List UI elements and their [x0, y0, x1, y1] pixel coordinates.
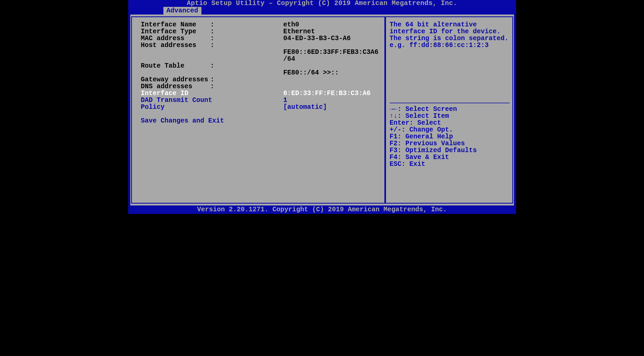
row-host-addr-2: /64: [141, 56, 376, 63]
label-host-addresses: Host addresses: [141, 42, 210, 49]
row-dns-addresses: DNS addresses :: [141, 83, 376, 90]
hint-save-exit: F4: Save & Exit: [390, 154, 510, 161]
value-mac-address: 04-ED-33-B3-C3-A6: [283, 35, 376, 42]
row-save-changes-and-exit[interactable]: Save Changes and Exit: [141, 118, 376, 124]
hint-general-help: F1: General Help: [390, 133, 510, 140]
label-interface-type: Interface Type: [141, 28, 210, 35]
value-interface-id: 6:ED:33:FF:FE:B3:C3:A6: [283, 90, 376, 97]
value-host-addr-1: FE80::6ED:33FF:FEB3:C3A6: [283, 49, 379, 56]
row-policy[interactable]: Policy [automatic]: [141, 104, 376, 111]
footer-bar: Version 2.20.1271. Copyright (C) 2019 Am…: [128, 205, 516, 214]
value-policy: [automatic]: [283, 104, 376, 111]
footer-text: Version 2.20.1271. Copyright (C) 2019 Am…: [197, 206, 447, 213]
row-mac-address: MAC address : 04-ED-33-B3-C3-A6: [141, 35, 376, 42]
settings-panel: Interface Name : eth0 Interface Type : E…: [131, 16, 385, 204]
colon: :: [210, 21, 283, 28]
label-interface-name: Interface Name: [141, 21, 210, 28]
label-gateway-addresses: Gateway addresses: [141, 76, 210, 83]
row-gateway-addresses: Gateway addresses :: [141, 76, 376, 83]
label-policy: Policy: [141, 104, 210, 111]
title-bar: Aptio Setup Utility – Copyright (C) 2019…: [128, 0, 516, 7]
value-interface-type: Ethernet: [283, 28, 376, 35]
hint-select-item: ↑↓: Select Item: [390, 113, 510, 120]
row-dad-transmit-count[interactable]: DAD Transmit Count 1: [141, 97, 376, 104]
value-host-addr-2: /64: [283, 56, 376, 63]
label-dad-transmit: DAD Transmit Count: [141, 97, 210, 104]
hint-select-screen: →←: Select Screen: [390, 106, 510, 113]
hint-enter-select: Enter: Select: [390, 120, 510, 127]
value-route-1: FE80::/64 >>::: [283, 69, 376, 76]
label-mac-address: MAC address: [141, 35, 210, 42]
hint-previous-values: F2: Previous Values: [390, 140, 510, 147]
bios-screen: Aptio Setup Utility – Copyright (C) 2019…: [128, 0, 516, 214]
label-interface-id: Interface ID: [141, 90, 210, 97]
row-interface-id[interactable]: Interface ID 6:ED:33:FF:FE:B3:C3:A6: [141, 90, 376, 97]
row-interface-name: Interface Name : eth0: [141, 21, 376, 28]
hint-opt-defaults: F3: Optimized Defaults: [390, 147, 510, 154]
app-title: Aptio Setup Utility – Copyright (C) 2019…: [187, 0, 457, 7]
help-panel: The 64 bit alternative interface ID for …: [385, 16, 513, 204]
help-text: The 64 bit alternative interface ID for …: [390, 21, 510, 49]
label-route-table: Route Table: [141, 63, 210, 69]
row-host-addresses: Host addresses :: [141, 42, 376, 49]
row-host-addr-1: FE80::6ED:33FF:FEB3:C3A6: [141, 49, 376, 56]
row-route-table: Route Table :: [141, 63, 376, 69]
row-route-1: FE80::/64 >>::: [141, 69, 376, 76]
row-interface-type: Interface Type : Ethernet: [141, 28, 376, 35]
label-save-exit: Save Changes and Exit: [141, 118, 224, 124]
work-area: Interface Name : eth0 Interface Type : E…: [130, 15, 514, 205]
label-dns-addresses: DNS addresses: [141, 83, 210, 90]
hint-esc-exit: ESC: Exit: [390, 161, 510, 168]
value-dad-transmit: 1: [283, 97, 376, 104]
tab-bar: Advanced: [128, 7, 516, 15]
tab-advanced[interactable]: Advanced: [163, 7, 201, 15]
help-divider: [390, 103, 510, 103]
value-interface-name: eth0: [283, 21, 376, 28]
hint-change-opt: +/-: Change Opt.: [390, 127, 510, 133]
